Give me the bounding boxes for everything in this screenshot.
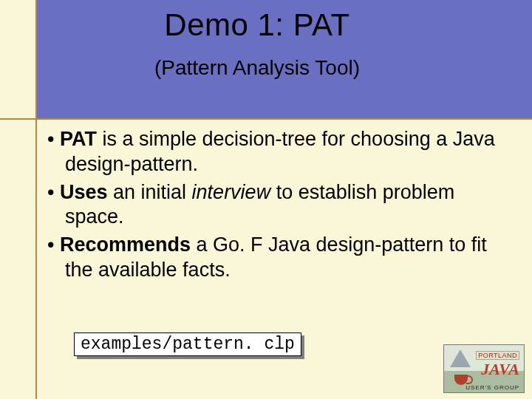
- left-stripe: [0, 0, 35, 399]
- portland-java-logo: PORTLAND JAVA USER'S GROUP: [443, 344, 525, 393]
- content-area: PAT is a simple decision-tree for choosi…: [47, 127, 510, 286]
- title-area: Demo 1: PAT (Pattern Analysis Tool): [35, 7, 479, 80]
- slide-subtitle: (Pattern Analysis Tool): [35, 56, 479, 80]
- bullet-1-strong: PAT: [60, 128, 97, 150]
- logo-usergroup-text: USER'S GROUP: [466, 384, 519, 391]
- bullet-2-strong: Uses: [60, 181, 108, 203]
- bullet-2-mid: an initial: [108, 181, 192, 203]
- code-example-box: examples/pattern. clp: [74, 332, 301, 356]
- bullet-2: Uses an initial interview to establish p…: [47, 180, 510, 231]
- bullet-3: Recommends a Go. F Java design-pattern t…: [47, 233, 510, 283]
- slide-title: Demo 1: PAT: [35, 7, 479, 43]
- bullet-3-strong: Recommends: [60, 233, 191, 256]
- coffee-cup-icon: [454, 375, 468, 385]
- mountain-icon: [450, 349, 471, 367]
- bullet-1: PAT is a simple decision-tree for choosi…: [47, 127, 510, 177]
- logo-portland-text: PORTLAND: [476, 351, 519, 360]
- horizontal-divider: [0, 118, 532, 120]
- bullet-1-text: is a simple decision-tree for choosing a…: [65, 128, 495, 175]
- codebox: examples/pattern. clp: [74, 332, 301, 356]
- bullet-2-italic: interview: [192, 181, 271, 203]
- logo-java-text: JAVA: [481, 360, 519, 379]
